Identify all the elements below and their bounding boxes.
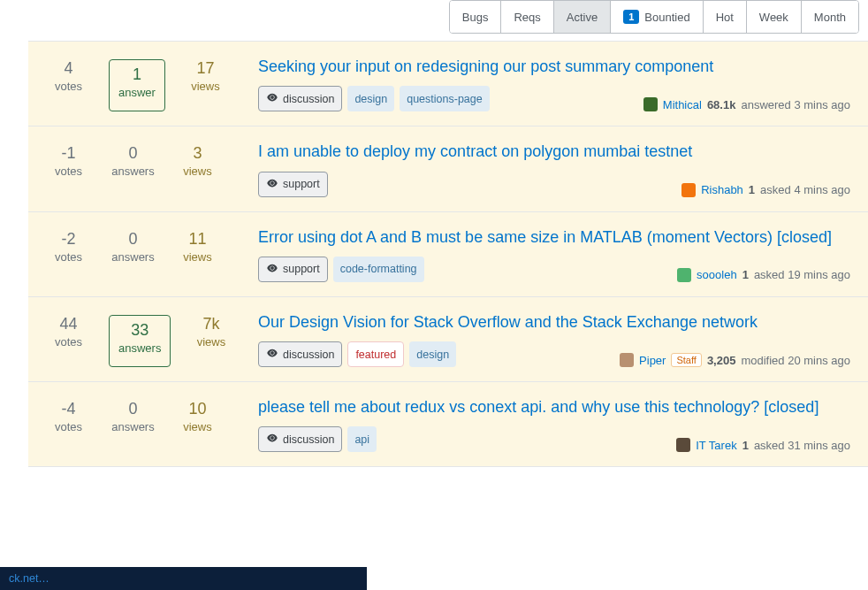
tab-reqs[interactable]: Reqs xyxy=(501,1,553,33)
avatar[interactable] xyxy=(676,438,690,452)
views-stat: 17views xyxy=(181,59,230,111)
avatar[interactable] xyxy=(677,268,691,282)
activity-time[interactable]: asked 19 mins ago xyxy=(754,268,850,281)
tag-list: supportcode-formatting xyxy=(258,257,424,282)
views-label: views xyxy=(181,80,230,93)
answers-count: 0 xyxy=(109,230,157,249)
activity-time[interactable]: modified 20 mins ago xyxy=(741,354,850,367)
tag-api[interactable]: api xyxy=(347,426,377,452)
answers-stat: 0answers xyxy=(109,230,157,282)
question-content: Our Design Vision for Stack Overflow and… xyxy=(258,311,859,367)
svg-point-0 xyxy=(270,96,274,99)
question-meta: discussionapiIT Tarek1asked 31 mins ago xyxy=(258,426,850,452)
tag-list: discussionapi xyxy=(258,426,377,452)
question-row: -4votes0answers10viewsplease tell me abo… xyxy=(28,382,868,467)
activity-time[interactable]: asked 31 mins ago xyxy=(754,439,850,452)
tab-bountied[interactable]: 1Bountied xyxy=(611,1,703,33)
tag-code-formatting[interactable]: code-formatting xyxy=(333,257,424,282)
question-content: Seeking your input on redesigning our po… xyxy=(258,56,859,111)
eye-icon xyxy=(266,91,278,106)
avatar[interactable] xyxy=(681,183,696,197)
question-stats: 44votes33answers7kviews xyxy=(28,311,258,367)
tab-week[interactable]: Week xyxy=(747,1,802,33)
votes-count: -1 xyxy=(44,144,93,163)
avatar[interactable] xyxy=(620,353,634,367)
answers-stat: 33answers xyxy=(109,315,171,367)
views-stat: 10views xyxy=(173,400,222,452)
votes-stat: -2votes xyxy=(44,230,93,282)
user-rep: 1 xyxy=(742,268,749,281)
tag-discussion[interactable]: discussion xyxy=(258,341,342,367)
votes-count: 4 xyxy=(44,59,93,78)
user-rep: 68.1k xyxy=(707,98,736,111)
question-meta: supportcode-formattingsoooleh1asked 19 m… xyxy=(258,257,850,282)
views-count: 3 xyxy=(173,144,222,163)
user-rep: 3,205 xyxy=(707,354,736,367)
votes-label: votes xyxy=(44,80,93,93)
question-content: please tell me about redux vs conext api… xyxy=(258,396,859,452)
question-meta: discussionfeatureddesignPiperStaff3,205m… xyxy=(258,341,850,367)
user-name[interactable]: Rishabh xyxy=(701,183,743,196)
votes-count: -2 xyxy=(44,230,93,249)
question-title[interactable]: Seeking your input on redesigning our po… xyxy=(258,56,850,77)
avatar[interactable] xyxy=(643,97,658,111)
tag-support[interactable]: support xyxy=(258,172,328,197)
tab-label: Month xyxy=(814,11,846,24)
question-meta: discussiondesignquestions-pageMithical68… xyxy=(258,86,850,111)
activity-time[interactable]: answered 3 mins ago xyxy=(741,98,850,111)
question-stats: -1votes0answers3views xyxy=(28,141,258,196)
user-name[interactable]: Piper xyxy=(639,354,666,367)
question-stats: -4votes0answers10views xyxy=(28,396,258,452)
votes-count: -4 xyxy=(44,400,93,418)
user-name[interactable]: soooleh xyxy=(697,268,737,281)
tab-label: Bugs xyxy=(462,11,489,24)
tab-bugs[interactable]: Bugs xyxy=(450,1,502,33)
tag-featured[interactable]: featured xyxy=(347,341,404,367)
tag-text: support xyxy=(283,263,320,275)
tab-hot[interactable]: Hot xyxy=(704,1,747,33)
tab-label: Week xyxy=(759,11,788,24)
votes-stat: -1votes xyxy=(44,144,93,196)
votes-label: votes xyxy=(44,420,93,433)
user-name[interactable]: Mithical xyxy=(663,98,702,111)
views-count: 10 xyxy=(173,400,222,418)
tag-discussion[interactable]: discussion xyxy=(258,86,342,111)
answers-label: answers xyxy=(109,420,157,433)
filter-tabs-bar: BugsReqsActive1BountiedHotWeekMonth xyxy=(0,0,868,41)
question-title[interactable]: I am unable to deploy my contract on pol… xyxy=(258,141,850,162)
eye-icon xyxy=(266,262,278,277)
votes-stat: 44votes xyxy=(44,315,93,367)
tag-design[interactable]: design xyxy=(347,86,394,111)
user-rep: 1 xyxy=(742,439,749,452)
tag-text: api xyxy=(354,433,369,446)
tag-list: support xyxy=(258,172,328,197)
question-title[interactable]: Error using dot A and B must be same siz… xyxy=(258,226,850,248)
tab-label: Active xyxy=(567,11,598,24)
question-row: -1votes0answers3viewsI am unable to depl… xyxy=(28,126,868,211)
views-label: views xyxy=(173,250,222,264)
activity-time[interactable]: asked 4 mins ago xyxy=(760,183,850,196)
user-info: IT Tarek1asked 31 mins ago xyxy=(676,438,850,452)
question-title[interactable]: please tell me about redux vs conext api… xyxy=(258,396,850,418)
user-name[interactable]: IT Tarek xyxy=(696,439,736,452)
views-stat: 7kviews xyxy=(187,315,235,367)
question-title[interactable]: Our Design Vision for Stack Overflow and… xyxy=(258,311,850,333)
svg-point-4 xyxy=(270,437,274,441)
answers-count: 1 xyxy=(118,65,156,84)
views-label: views xyxy=(173,165,222,178)
tag-text: featured xyxy=(355,349,396,361)
tag-discussion[interactable]: discussion xyxy=(258,426,342,452)
tag-text: code-formatting xyxy=(340,263,417,275)
question-meta: supportRishabh1asked 4 mins ago xyxy=(258,172,850,197)
tab-label: Bountied xyxy=(644,11,689,24)
staff-badge: Staff xyxy=(671,353,701,367)
tab-active[interactable]: Active xyxy=(554,1,611,33)
tab-month[interactable]: Month xyxy=(802,1,858,33)
answers-count: 0 xyxy=(109,400,157,418)
tag-support[interactable]: support xyxy=(258,257,328,282)
votes-count: 44 xyxy=(44,315,93,333)
tag-questions-page[interactable]: questions-page xyxy=(400,86,489,111)
tag-design[interactable]: design xyxy=(409,341,456,367)
answers-count: 33 xyxy=(118,321,161,340)
question-row: 4votes1answer17viewsSeeking your input o… xyxy=(28,42,868,126)
